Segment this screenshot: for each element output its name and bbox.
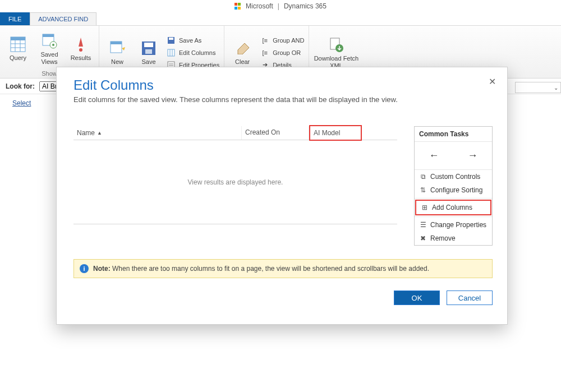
right-dropdown[interactable]: ⌄ xyxy=(515,82,561,93)
note-banner: i Note: When there are too many columns … xyxy=(73,259,493,278)
microsoft-logo-icon xyxy=(234,3,241,10)
tab-strip: FILE ADVANCED FIND xyxy=(0,12,561,26)
grid-icon xyxy=(9,35,27,53)
edit-columns-dialog: ✕ Edit Columns Edit columns for the save… xyxy=(56,67,508,325)
group-or-button[interactable]: [≡Group OR xyxy=(260,47,304,58)
move-left-button[interactable]: ← xyxy=(429,150,439,162)
sort-icon: ⇅ xyxy=(419,186,427,194)
sort-asc-icon: ▲ xyxy=(97,130,102,136)
exclamation-icon xyxy=(72,35,90,53)
title-separator: | xyxy=(278,2,279,10)
task-add-columns[interactable]: ⊞Add Columns xyxy=(415,200,491,215)
controls-icon: ⧉ xyxy=(419,173,427,181)
title-bar: Microsoft | Dynamics 365 xyxy=(0,0,561,12)
columns-icon xyxy=(167,48,176,57)
column-header-name[interactable]: Name ▲ xyxy=(73,126,242,140)
save-as-button[interactable]: Save As xyxy=(167,35,219,46)
info-icon: i xyxy=(80,264,89,273)
svg-rect-19 xyxy=(168,49,174,56)
column-header-created-on[interactable]: Created On xyxy=(242,126,309,140)
ok-button[interactable]: OK xyxy=(394,290,440,305)
add-columns-icon: ⊞ xyxy=(421,204,429,211)
task-custom-controls[interactable]: ⧉Custom Controls xyxy=(415,170,492,183)
title-microsoft: Microsoft xyxy=(246,2,273,10)
results-button[interactable]: Results xyxy=(67,28,94,69)
tab-advanced-find[interactable]: ADVANCED FIND xyxy=(30,12,96,25)
dialog-close-button[interactable]: ✕ xyxy=(489,76,496,87)
saved-views-icon xyxy=(40,32,58,50)
svg-rect-12 xyxy=(111,41,122,44)
columns-grid: Name ▲ Created On AI Model View results … xyxy=(73,126,397,246)
task-change-properties[interactable]: ☰Change Properties xyxy=(415,218,492,232)
edit-columns-button[interactable]: Edit Columns xyxy=(167,47,219,58)
saved-views-button[interactable]: Saved Views xyxy=(36,28,63,69)
dialog-subtitle: Edit columns for the saved view. These c… xyxy=(73,95,493,104)
column-header-ai-model[interactable]: AI Model xyxy=(309,125,362,141)
grid-empty-message: View results are displayed here. xyxy=(73,140,397,224)
tab-file[interactable]: FILE xyxy=(0,12,30,25)
properties-icon: ☰ xyxy=(419,221,427,229)
svg-rect-18 xyxy=(169,38,173,40)
svg-marker-13 xyxy=(122,47,125,50)
save-as-icon xyxy=(167,36,176,45)
svg-rect-16 xyxy=(145,49,152,54)
svg-rect-15 xyxy=(144,43,153,47)
svg-rect-1 xyxy=(11,37,25,40)
svg-marker-25 xyxy=(238,43,249,54)
task-remove[interactable]: ✖Remove xyxy=(415,232,492,245)
move-right-button[interactable]: → xyxy=(468,150,478,162)
new-icon xyxy=(108,39,126,57)
dialog-title: Edit Columns xyxy=(73,77,493,93)
title-product: Dynamics 365 xyxy=(284,2,327,10)
bracket-icon: [≡ xyxy=(260,48,269,57)
cancel-button[interactable]: Cancel xyxy=(447,290,493,305)
eraser-icon xyxy=(233,39,251,57)
common-tasks-panel: Common Tasks ← → ⧉Custom Controls ⇅Confi… xyxy=(414,126,493,246)
select-link[interactable]: Select xyxy=(12,99,31,107)
column-header-row: Name ▲ Created On AI Model xyxy=(73,126,397,140)
svg-rect-7 xyxy=(43,34,54,37)
bracket-icon: [≡ xyxy=(260,36,269,45)
task-configure-sorting[interactable]: ⇅Configure Sorting xyxy=(415,183,492,197)
remove-icon: ✖ xyxy=(419,234,427,242)
svg-point-9 xyxy=(52,44,54,46)
look-for-label: Look for: xyxy=(6,82,35,90)
download-xml-icon xyxy=(327,36,345,54)
save-icon xyxy=(140,39,158,57)
group-and-button[interactable]: [≡Group AND xyxy=(260,35,304,46)
svg-point-10 xyxy=(79,48,82,52)
common-tasks-title: Common Tasks xyxy=(415,127,492,142)
query-button[interactable]: Query xyxy=(4,28,31,69)
